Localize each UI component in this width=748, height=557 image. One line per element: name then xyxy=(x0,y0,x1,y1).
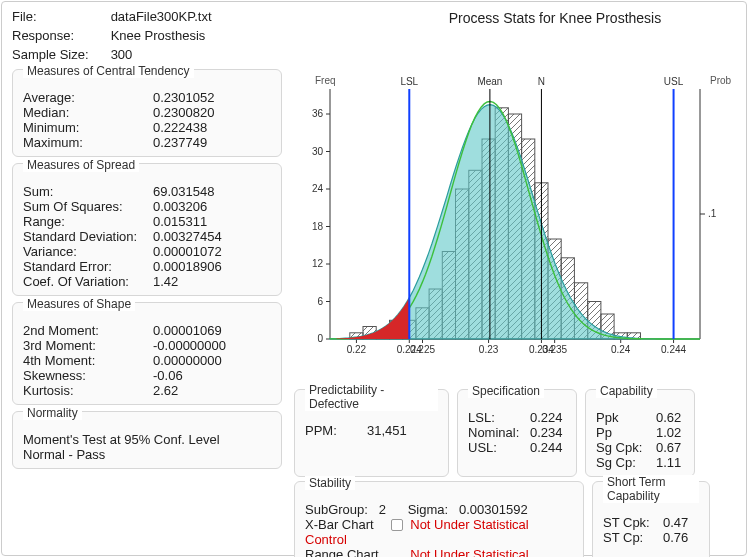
sum-label: Sum: xyxy=(23,184,153,199)
panel-predictability: Predictability - Defective PPM:31,451 xyxy=(294,389,449,477)
min-label: Minimum: xyxy=(23,120,153,135)
xbar-checkbox[interactable] xyxy=(391,519,403,531)
pp-value: 1.02 xyxy=(656,425,684,440)
panel-short-term-capability: Short Term Capability ST Cpk:0.47 ST Cp:… xyxy=(592,481,710,557)
usl-value: 0.244 xyxy=(530,440,566,455)
svg-text:0.235: 0.235 xyxy=(542,344,567,355)
lsl-label: LSL: xyxy=(468,410,530,425)
stcp-label: ST Cp: xyxy=(603,530,663,545)
median-label: Median: xyxy=(23,105,153,120)
se-label: Standard Error: xyxy=(23,259,153,274)
panel-title-stab: Stability xyxy=(305,476,355,490)
kurt-value: 2.62 xyxy=(153,383,271,398)
pp-label: Pp xyxy=(596,425,656,440)
panel-title-stc: Short Term Capability xyxy=(603,475,699,503)
m3-label: 3rd Moment: xyxy=(23,338,153,353)
svg-text:0.22: 0.22 xyxy=(347,344,367,355)
m2-value: 0.00001069 xyxy=(153,323,271,338)
stcpk-label: ST Cpk: xyxy=(603,515,663,530)
subgroup-label: SubGroup: xyxy=(305,502,368,517)
file-label: File: xyxy=(12,8,107,27)
avg-value: 0.2301052 xyxy=(153,90,271,105)
var-value: 0.00001072 xyxy=(153,244,271,259)
histogram-svg: Freq Prob .1 061218243036 0.220.2240.225… xyxy=(294,69,736,379)
svg-text:36: 36 xyxy=(312,108,324,119)
response-value: Knee Prosthesis xyxy=(111,28,206,43)
svg-text:24: 24 xyxy=(312,183,324,194)
sgcpk-label: Sg Cpk: xyxy=(596,440,656,455)
panel-central-tendency: Measures of Central Tendency Average:0.2… xyxy=(12,69,282,157)
panel-shape: Measures of Shape 2nd Moment:0.00001069 … xyxy=(12,302,282,405)
ppk-label: Ppk xyxy=(596,410,656,425)
sum-value: 69.031548 xyxy=(153,184,271,199)
svg-text:30: 30 xyxy=(312,145,324,156)
panel-title-spec: Specification xyxy=(468,384,544,398)
chart-title: Process Stats for Knee Prosthesis xyxy=(374,8,736,61)
nom-value: 0.234 xyxy=(530,425,566,440)
panel-title-spread: Measures of Spread xyxy=(23,158,139,172)
svg-text:6: 6 xyxy=(317,295,323,306)
svg-text:0.244: 0.244 xyxy=(661,344,686,355)
sgcp-label: Sg Cp: xyxy=(596,455,656,470)
nom-label: Nominal: xyxy=(468,425,530,440)
report-window: File: dataFile300KP.txt Response: Knee P… xyxy=(1,1,747,556)
svg-text:N: N xyxy=(538,76,545,87)
svg-text:0.24: 0.24 xyxy=(611,344,631,355)
axis-freq-label: Freq xyxy=(315,75,336,86)
sample-label: Sample Size: xyxy=(12,46,107,65)
cov-value: 1.42 xyxy=(153,274,271,289)
normality-line1: Moment's Test at 95% Conf. Level xyxy=(23,432,271,447)
skew-label: Skewness: xyxy=(23,368,153,383)
svg-text:USL: USL xyxy=(664,76,684,87)
sd-label: Standard Deviation: xyxy=(23,229,153,244)
sgcp-value: 1.11 xyxy=(656,455,684,470)
m4-label: 4th Moment: xyxy=(23,353,153,368)
m3-value: -0.00000000 xyxy=(153,338,271,353)
median-value: 0.2300820 xyxy=(153,105,271,120)
sgcpk-value: 0.67 xyxy=(656,440,684,455)
panel-title-normality: Normality xyxy=(23,406,82,420)
min-value: 0.222438 xyxy=(153,120,271,135)
stcpk-value: 0.47 xyxy=(663,515,699,530)
svg-text:0.23: 0.23 xyxy=(479,344,499,355)
panel-capability: Capability Ppk0.62 Pp1.02 Sg Cpk:0.67 Sg… xyxy=(585,389,695,477)
range-value: 0.015311 xyxy=(153,214,271,229)
skew-value: -0.06 xyxy=(153,368,271,383)
ppm-label: PPM: xyxy=(305,423,367,438)
svg-text:0.225: 0.225 xyxy=(410,344,435,355)
sigma-label: Sigma: xyxy=(408,502,448,517)
panel-title-central: Measures of Central Tendency xyxy=(23,64,194,78)
kurt-label: Kurtosis: xyxy=(23,383,153,398)
normality-line2: Normal - Pass xyxy=(23,447,271,462)
cov-label: Coef. Of Variation: xyxy=(23,274,153,289)
panel-normality: Normality Moment's Test at 95% Conf. Lev… xyxy=(12,411,282,469)
histogram-chart: Freq Prob .1 061218243036 0.220.2240.225… xyxy=(294,69,736,379)
xbar-label: X-Bar Chart xyxy=(305,517,385,532)
ppm-value: 31,451 xyxy=(367,423,438,438)
range-label: Range: xyxy=(23,214,153,229)
panel-spread: Measures of Spread Sum:69.031548 Sum Of … xyxy=(12,163,282,296)
svg-text:Mean: Mean xyxy=(477,76,502,87)
m4-value: 0.00000000 xyxy=(153,353,271,368)
lsl-value: 0.224 xyxy=(530,410,566,425)
panel-title-cap: Capability xyxy=(596,384,657,398)
file-value: dataFile300KP.txt xyxy=(111,9,212,24)
sample-value: 300 xyxy=(111,47,133,62)
right-tick: .1 xyxy=(708,208,717,219)
svg-text:12: 12 xyxy=(312,258,324,269)
stcp-value: 0.76 xyxy=(663,530,699,545)
sigma-value: 0.00301592 xyxy=(459,502,528,517)
rangechart-label: Range Chart xyxy=(305,547,385,557)
se-value: 0.00018906 xyxy=(153,259,271,274)
ppk-value: 0.62 xyxy=(656,410,684,425)
sumsq-label: Sum Of Squares: xyxy=(23,199,153,214)
var-label: Variance: xyxy=(23,244,153,259)
m2-label: 2nd Moment: xyxy=(23,323,153,338)
sd-value: 0.00327454 xyxy=(153,229,271,244)
response-label: Response: xyxy=(12,27,107,46)
svg-text:0: 0 xyxy=(317,333,323,344)
panel-title-pred: Predictability - Defective xyxy=(305,383,438,411)
avg-label: Average: xyxy=(23,90,153,105)
axis-prob-label: Prob xyxy=(710,75,732,86)
sumsq-value: 0.003206 xyxy=(153,199,271,214)
